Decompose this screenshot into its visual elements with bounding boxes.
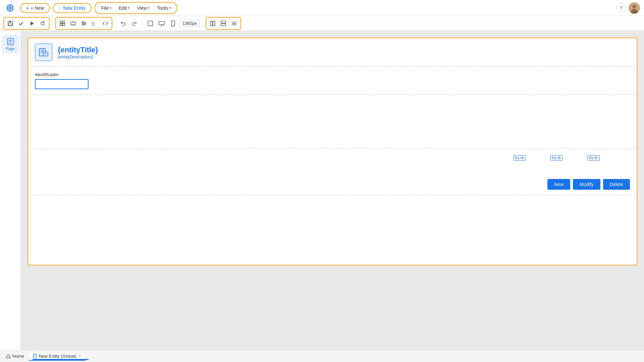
toolbar-layout-group2 bbox=[206, 17, 241, 30]
avatar[interactable] bbox=[629, 2, 640, 14]
sidebar-page-label: Page bbox=[6, 47, 15, 51]
view-label: View bbox=[137, 5, 147, 11]
undo-icon bbox=[120, 21, 126, 26]
svg-rect-11 bbox=[60, 21, 62, 23]
avatar-image bbox=[629, 2, 640, 14]
tools-label: Tools bbox=[157, 5, 168, 11]
home-tab-label: Home bbox=[12, 354, 24, 359]
layout-rows-icon bbox=[210, 20, 216, 26]
px-value: 1382px bbox=[182, 21, 197, 26]
divider-2 bbox=[115, 19, 115, 27]
edit-menu[interactable]: Edit ▾ bbox=[115, 4, 133, 12]
action-delete-button[interactable]: Delete bbox=[603, 179, 630, 190]
svg-rect-47 bbox=[43, 52, 48, 56]
nav-menu-group: File ▾ Edit ▾ View ▾ Tools ▾ bbox=[94, 2, 177, 14]
grid-button[interactable] bbox=[57, 18, 67, 28]
svg-rect-34 bbox=[221, 24, 226, 26]
top-nav: + + New ○ New Entity File ▾ Edit ▾ View … bbox=[0, 0, 644, 16]
tab-close-button[interactable]: × bbox=[78, 354, 82, 358]
left-sidebar: Page bbox=[0, 31, 21, 350]
entity-canvas: {entityTitle} {entityDescription} Identi… bbox=[28, 38, 637, 265]
entity-icon bbox=[39, 47, 49, 57]
svg-point-23 bbox=[83, 24, 84, 25]
mobile-button[interactable] bbox=[168, 18, 178, 28]
svg-rect-8 bbox=[9, 21, 11, 23]
rx-badge-3: Rx bbox=[587, 155, 600, 161]
file-menu[interactable]: File ▾ bbox=[98, 4, 115, 12]
svg-point-19 bbox=[82, 21, 84, 23]
play-button[interactable] bbox=[27, 18, 37, 28]
entity-tab-icon bbox=[33, 354, 37, 358]
desktop-button[interactable] bbox=[157, 18, 167, 28]
svg-rect-32 bbox=[213, 21, 215, 26]
action-new-label: New bbox=[554, 182, 564, 187]
layout-cols-button[interactable] bbox=[218, 18, 228, 28]
redo-button[interactable] bbox=[129, 18, 140, 28]
bottom-tabs: Home New Entity (Global) × bbox=[0, 350, 644, 362]
settings-icon bbox=[81, 20, 87, 26]
tools-menu[interactable]: Tools ▾ bbox=[154, 4, 174, 12]
braces-button[interactable]: {} bbox=[90, 18, 100, 28]
svg-rect-17 bbox=[71, 25, 75, 25]
eye-icon-2 bbox=[557, 156, 561, 160]
page-tab-label: New Entity (Global) bbox=[39, 354, 76, 359]
frame-icon bbox=[147, 20, 153, 26]
toolbar-main-group bbox=[3, 17, 50, 30]
action-delete-label: Delete bbox=[610, 182, 623, 187]
layout-align-icon bbox=[231, 20, 237, 26]
rx-badge-3-text: Rx bbox=[589, 156, 593, 160]
layers-icon bbox=[70, 20, 76, 26]
sidebar-item-page[interactable]: Page bbox=[2, 35, 19, 53]
new-entity-button[interactable]: ○ New Entity bbox=[53, 3, 92, 13]
frame-button[interactable] bbox=[145, 18, 155, 28]
braces-icon: {} bbox=[92, 20, 98, 26]
new-button[interactable]: + + New bbox=[20, 3, 50, 13]
check-button[interactable] bbox=[16, 18, 26, 28]
main-area: Page {entityTit bbox=[0, 31, 644, 350]
rx-badge-2-text: Rx bbox=[552, 156, 556, 160]
canvas-area[interactable]: {entityTitle} {entityDescription} Identi… bbox=[21, 31, 644, 350]
play-icon bbox=[29, 21, 35, 26]
layout-rows-button[interactable] bbox=[208, 18, 218, 28]
view-chevron-icon: ▾ bbox=[148, 6, 150, 10]
layers-button[interactable] bbox=[68, 18, 78, 28]
redo-icon bbox=[132, 21, 137, 26]
field-label: Identificador bbox=[35, 72, 630, 77]
buttons-section: Rx Rx Rx bbox=[28, 148, 637, 195]
toolbar: {} bbox=[0, 16, 644, 31]
svg-rect-9 bbox=[9, 23, 12, 25]
tab-page[interactable]: New Entity (Global) × bbox=[29, 352, 86, 361]
action-new-button[interactable]: New bbox=[547, 179, 570, 190]
file-label: File bbox=[101, 5, 109, 11]
svg-marker-10 bbox=[31, 21, 34, 25]
plus-icon: + bbox=[26, 5, 29, 11]
layout-align-button[interactable] bbox=[229, 18, 239, 28]
svg-rect-25 bbox=[148, 21, 153, 26]
svg-rect-15 bbox=[71, 22, 75, 25]
identificador-section: Identificador bbox=[28, 67, 637, 95]
svg-point-5 bbox=[632, 5, 636, 9]
save-button[interactable] bbox=[5, 18, 15, 28]
grid-icon bbox=[59, 20, 65, 26]
svg-rect-12 bbox=[63, 21, 65, 23]
tools-chevron-icon: ▾ bbox=[169, 6, 171, 10]
tab-home[interactable]: Home bbox=[3, 352, 28, 360]
svg-point-30 bbox=[173, 25, 173, 25]
svg-rect-14 bbox=[63, 24, 65, 26]
divider-1 bbox=[52, 19, 53, 27]
page-icon bbox=[6, 38, 14, 46]
undo-button[interactable] bbox=[118, 18, 128, 28]
identificador-input[interactable] bbox=[35, 79, 89, 89]
action-modify-label: Modify bbox=[580, 182, 593, 187]
edit-label: Edit bbox=[119, 5, 127, 11]
help-button[interactable]: ? bbox=[616, 3, 626, 13]
view-menu[interactable]: View ▾ bbox=[133, 4, 153, 12]
code-button[interactable] bbox=[100, 18, 110, 28]
settings-button[interactable] bbox=[79, 18, 89, 28]
action-modify-button[interactable]: Modify bbox=[573, 179, 600, 190]
svg-point-21 bbox=[84, 23, 86, 24]
refresh-button[interactable] bbox=[38, 18, 48, 28]
file-chevron-icon: ▾ bbox=[110, 6, 111, 10]
entity-title-block: {entityTitle} {entityDescription} bbox=[58, 46, 98, 59]
svg-rect-33 bbox=[221, 21, 226, 23]
